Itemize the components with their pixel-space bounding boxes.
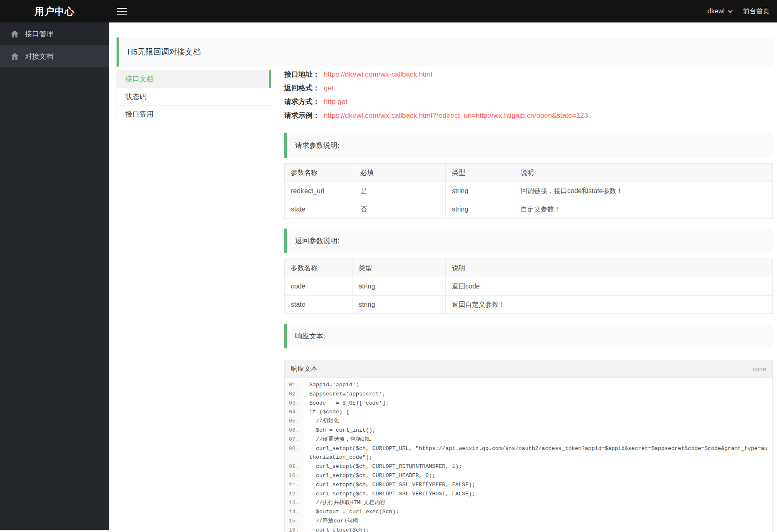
- line-number: 01.: [285, 380, 303, 390]
- page-title: H5无限回调对接文档: [117, 37, 773, 67]
- line-number: 07.: [285, 435, 303, 444]
- submenu-item-label: 接口费用: [125, 110, 154, 118]
- sidebar-item-docs[interactable]: 对接文档: [0, 45, 109, 67]
- doc-submenu: 接口文档 状态码 接口费用: [117, 70, 271, 123]
- code-line: 04.if ($code) {: [285, 408, 772, 417]
- active-indicator: [269, 70, 271, 88]
- section-title-request-params: 请求参数说明:: [284, 133, 773, 158]
- sidebar-item-api-manage[interactable]: 接口管理: [0, 22, 109, 45]
- cell: 自定义参数！: [514, 200, 773, 219]
- api-url-link[interactable]: https://dkewl.com/wx-callback.html: [324, 70, 432, 79]
- cell: 返回code: [446, 277, 773, 296]
- chevron-down-icon: [728, 8, 732, 13]
- top-navbar: 用户中心 dkewl 前台首页: [0, 0, 777, 22]
- line-code: $appid='appid';: [303, 380, 772, 390]
- code-language-badge: code: [752, 365, 766, 373]
- code-line: 16. curl_close($ch);: [285, 526, 772, 532]
- col-header: 类型: [353, 259, 446, 277]
- submenu-item-label: 接口文档: [125, 75, 154, 83]
- table-row: state string 返回自定义参数！: [285, 296, 773, 314]
- navbar-right: dkewl 前台首页: [707, 0, 770, 22]
- col-header: 参数名称: [285, 164, 354, 182]
- table-row: state 否 string 自定义参数！: [285, 200, 773, 219]
- return-format-label: 返回格式：: [284, 84, 320, 92]
- submenu-item-status-code[interactable]: 状态码: [117, 88, 271, 105]
- section-title-response-params: 返回参数说明:: [284, 229, 773, 253]
- col-header: 说明: [446, 259, 773, 277]
- section-title-response-text: 响应文本:: [284, 324, 773, 348]
- code-line: 02.$appsecret='appsecret';: [285, 390, 772, 399]
- request-method-value: http get: [324, 97, 348, 106]
- line-number: 02.: [285, 390, 303, 399]
- code-line: 05. //初始化: [285, 417, 772, 426]
- cell: state: [285, 296, 353, 314]
- code-line: 13. //执行并获取HTML文档内容: [285, 498, 772, 507]
- line-number: 09.: [285, 462, 303, 471]
- code-line: 06. $ch = curl_init();: [285, 426, 772, 435]
- col-header: 说明: [514, 164, 773, 182]
- cell: code: [285, 277, 353, 296]
- line-code: curl_close($ch);: [303, 526, 772, 532]
- line-code: //释放curl句柄: [303, 517, 772, 526]
- table-header-row: 参数名称 类型 说明: [285, 259, 773, 277]
- code-line: 10. curl_setopt($ch, CURLOPT_HEADER, 0);: [285, 471, 772, 480]
- doc-column: 接口地址： https://dkewl.com/wx-callback.html…: [284, 70, 773, 532]
- line-code: if ($code) {: [303, 408, 772, 417]
- request-example-label: 请求示例：: [284, 111, 320, 120]
- code-body: 01.$appid='appid';02.$appsecret='appsecr…: [285, 378, 772, 532]
- submenu-item-api-doc[interactable]: 接口文档: [117, 70, 271, 88]
- submenu-item-label: 状态码: [125, 93, 146, 101]
- code-panel: 响应文本 code 01.$appid='appid';02.$appsecre…: [284, 360, 773, 532]
- line-number: 16.: [285, 526, 303, 532]
- code-line: 14. $output = curl_exec($ch);: [285, 507, 772, 517]
- code-line: 12. curl_setopt($ch, CURLOPT_SSL_VERIFYH…: [285, 490, 772, 499]
- cell: string: [353, 277, 446, 296]
- cell: 返回自定义参数！: [446, 296, 773, 314]
- line-code: //执行并获取HTML文档内容: [303, 498, 772, 507]
- line-code: curl_setopt($ch, CURLOPT_URL, "https://a…: [303, 444, 772, 462]
- code-line: 07. //设置选项，包括URL: [285, 435, 772, 444]
- cell: redirect_uri: [285, 182, 354, 200]
- sidebar: 接口管理 对接文档: [0, 22, 109, 530]
- user-dropdown[interactable]: dkewl: [707, 7, 731, 15]
- menu-toggle-icon[interactable]: [117, 8, 127, 15]
- main-content: H5无限回调对接文档 接口文档 状态码 接口费用 接口地址： https://d…: [109, 22, 777, 532]
- code-line: 09. curl_setopt($ch, CURLOPT_RETURNTRANS…: [285, 462, 772, 471]
- request-example-row: 请求示例： https://dkewl.com/wx-callback.html…: [284, 111, 773, 120]
- request-example-link[interactable]: https://dkewl.com/wx-callback.html?redir…: [324, 111, 588, 120]
- home-icon: [11, 30, 19, 37]
- col-header: 必填: [354, 164, 446, 182]
- sidebar-item-label: 对接文档: [25, 52, 53, 61]
- line-number: 05.: [285, 417, 303, 426]
- code-panel-header: 响应文本 code: [285, 360, 772, 378]
- request-method-label: 请求方式：: [284, 97, 320, 106]
- code-panel-title: 响应文本: [291, 365, 318, 373]
- table-row: code string 返回code: [285, 277, 773, 296]
- line-code: curl_setopt($ch, CURLOPT_RETURNTRANSFER,…: [303, 462, 772, 471]
- code-line: 01.$appid='appid';: [285, 380, 772, 390]
- sidebar-item-label: 接口管理: [25, 29, 53, 39]
- return-format-row: 返回格式： get: [284, 84, 773, 92]
- code-line: 08. curl_setopt($ch, CURLOPT_URL, "https…: [285, 444, 772, 462]
- api-info: 接口地址： https://dkewl.com/wx-callback.html…: [284, 70, 773, 120]
- line-number: 03.: [285, 399, 303, 408]
- cell: string: [353, 296, 446, 314]
- home-icon: [11, 53, 19, 60]
- line-number: 11.: [285, 480, 303, 490]
- frontend-home-link[interactable]: 前台首页: [743, 7, 770, 16]
- api-url-row: 接口地址： https://dkewl.com/wx-callback.html: [284, 70, 773, 79]
- return-format-value: get: [324, 84, 334, 92]
- line-code: //设置选项，包括URL: [303, 435, 772, 444]
- line-number: 12.: [285, 490, 303, 499]
- code-line: 11. curl_setopt($ch, CURLOPT_SSL_VERIFYP…: [285, 480, 772, 490]
- col-header: 参数名称: [285, 259, 353, 277]
- line-code: $ch = curl_init();: [303, 426, 772, 435]
- line-number: 10.: [285, 471, 303, 480]
- line-number: 13.: [285, 498, 303, 507]
- line-code: curl_setopt($ch, CURLOPT_SSL_VERIFYPEER,…: [303, 480, 772, 490]
- line-number: 08.: [285, 444, 303, 462]
- cell: 回调链接，接口code和state参数！: [514, 182, 773, 200]
- cell: string: [446, 200, 514, 219]
- line-number: 06.: [285, 426, 303, 435]
- submenu-item-api-fee[interactable]: 接口费用: [117, 105, 271, 123]
